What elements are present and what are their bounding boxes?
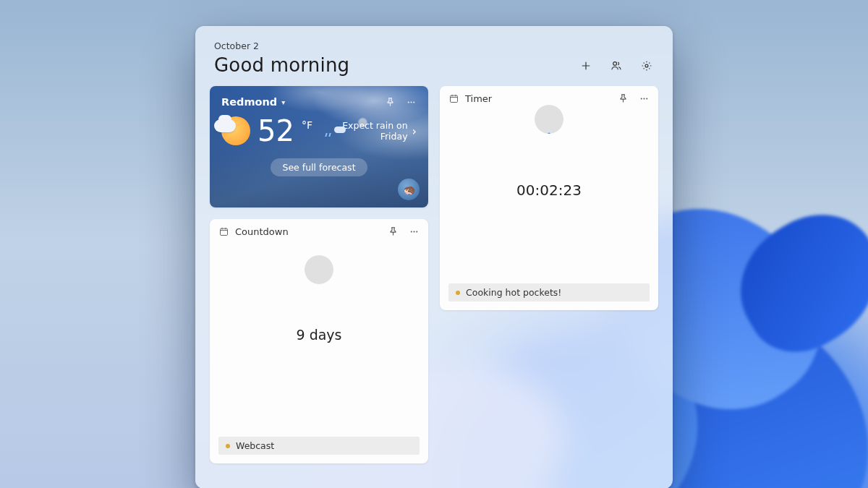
more-icon [409, 226, 420, 237]
header-date: October 2 [214, 40, 349, 51]
svg-point-6 [411, 231, 412, 233]
pin-button[interactable] [388, 226, 399, 237]
countdown-value: 9 days [247, 262, 391, 407]
svg-point-10 [641, 98, 642, 100]
pin-icon [385, 97, 396, 108]
pin-icon [618, 93, 629, 104]
temperature-block: 52 °F [221, 116, 312, 145]
forecast-hint-button[interactable]: Expect rain on Friday › [323, 120, 417, 142]
timer-value: 00:02:23 [469, 111, 629, 270]
header-greeting: Good morning [214, 54, 349, 76]
countdown-widget[interactable]: Countdown 9 days [210, 219, 428, 463]
svg-point-1 [645, 64, 648, 67]
widgets-grid: Redmond ▾ 52 [210, 86, 658, 463]
more-button[interactable] [639, 93, 650, 104]
countdown-dial: 9 days [247, 262, 391, 407]
svg-point-4 [413, 101, 414, 103]
svg-point-2 [408, 101, 409, 103]
temperature-value: 52 [258, 116, 294, 145]
chevron-right-icon: › [412, 124, 417, 138]
svg-point-0 [613, 62, 617, 66]
person-icon [610, 59, 623, 72]
clock-app-icon [448, 93, 459, 104]
svg-rect-9 [451, 95, 458, 102]
more-icon [406, 97, 417, 108]
timer-title: Timer [465, 93, 492, 104]
countdown-title: Countdown [235, 226, 289, 237]
svg-point-8 [416, 231, 417, 233]
svg-point-7 [414, 231, 415, 233]
weather-location-name: Redmond [221, 96, 277, 108]
timer-label: Cooking hot pockets! [466, 287, 561, 298]
right-column: Timer 00:02:23 [440, 86, 658, 463]
more-button[interactable] [406, 97, 417, 108]
timer-widget[interactable]: Timer 00:02:23 [440, 86, 658, 310]
widgets-board: October 2 Good morning Redmond ▾ [195, 26, 673, 488]
header-actions [579, 59, 654, 76]
settings-button[interactable] [639, 59, 654, 73]
pin-icon [388, 226, 399, 237]
forecast-hint-text: Expect rain on Friday [339, 120, 408, 142]
timer-dial: 00:02:23 [469, 111, 629, 270]
account-button[interactable] [609, 59, 624, 73]
svg-point-12 [646, 98, 647, 100]
countdown-label-strip[interactable]: Webcast [218, 437, 420, 455]
clock-app-icon [218, 226, 229, 237]
chevron-down-icon: ▾ [281, 98, 285, 106]
status-dot-icon [226, 444, 230, 448]
see-full-forecast-button[interactable]: See full forecast [271, 158, 367, 176]
pin-button[interactable] [385, 97, 396, 108]
more-icon [639, 93, 650, 104]
temperature-unit: °F [302, 119, 312, 131]
header-titles: October 2 Good morning [214, 40, 349, 76]
timer-label-strip[interactable]: Cooking hot pockets! [448, 283, 650, 301]
plus-icon [579, 59, 592, 72]
countdown-label: Webcast [236, 440, 274, 451]
weather-location-dropdown[interactable]: Redmond ▾ [221, 96, 285, 108]
weather-widget[interactable]: Redmond ▾ 52 [210, 86, 428, 207]
board-header: October 2 Good morning [210, 38, 658, 86]
status-dot-icon [456, 291, 460, 295]
rain-icon [323, 127, 334, 135]
svg-point-11 [644, 98, 645, 100]
pin-button[interactable] [618, 93, 629, 104]
gear-icon [640, 59, 653, 72]
svg-rect-5 [221, 228, 228, 235]
weather-avatar-badge[interactable]: 🦔 [398, 179, 420, 200]
more-button[interactable] [409, 226, 420, 237]
add-widget-button[interactable] [579, 59, 593, 73]
left-column: Redmond ▾ 52 [210, 86, 428, 463]
svg-point-3 [411, 101, 412, 103]
weather-condition-icon [221, 116, 250, 145]
